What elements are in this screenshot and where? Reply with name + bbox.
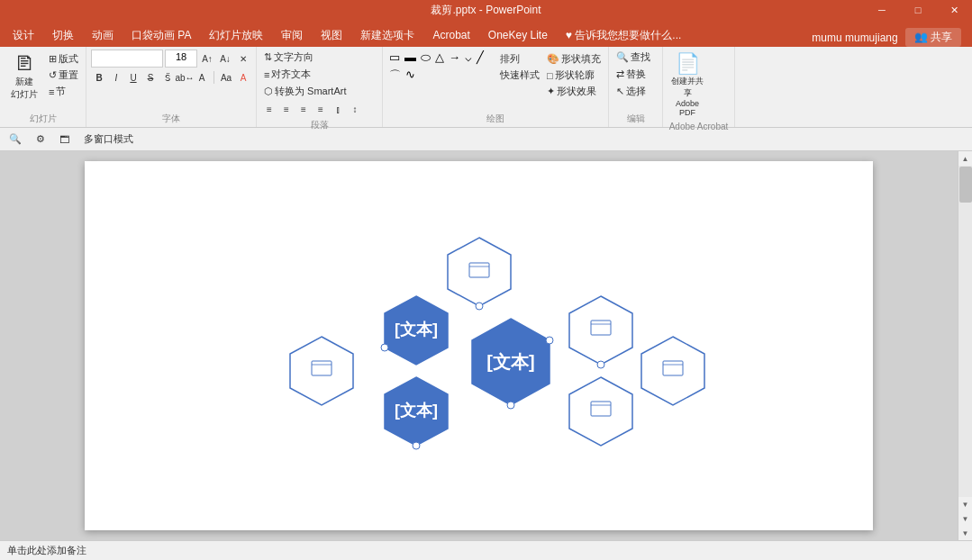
slide-canvas[interactable]: [文本] [文本] [文本]	[85, 161, 873, 530]
hex2-text: [文本]	[395, 321, 438, 339]
tab-acrobat[interactable]: Acrobat	[423, 23, 478, 47]
close-btn[interactable]: ✕	[936, 0, 972, 20]
window-controls: ─ □ ✕	[864, 0, 972, 20]
align-text-btn[interactable]: ≡ 对齐文本	[261, 67, 313, 82]
align-left[interactable]: ≡	[261, 101, 277, 117]
para-row2: ≡ 对齐文本	[261, 67, 313, 82]
tab-slideshow[interactable]: 幻灯片放映	[200, 23, 272, 47]
para-group-content: ⇅ 文字方向 ≡ 对齐文本 ⬡ 转换为 SmartArt ≡ ≡ ≡ ≡ ⫿ ↕	[261, 50, 377, 117]
font-group: 18 A↑ A↓ ✕ B I U S S̈ ab↔ A Aa A 字体	[86, 47, 257, 127]
find-btn[interactable]: 🔍 查找	[613, 50, 653, 65]
scroll-track[interactable]	[958, 166, 972, 497]
section-btn[interactable]: ≡ 节	[46, 84, 81, 99]
text-dir-btn[interactable]: ⇅ 文字方向	[261, 50, 316, 65]
window-btn[interactable]: 🗔	[54, 132, 75, 147]
line-spacing-btn[interactable]: ↕	[347, 101, 363, 117]
draw-btns: 排列 快速样式	[497, 50, 542, 83]
char-spacing-btn[interactable]: ab↔	[177, 69, 193, 86]
canvas-area: [文本] [文本] [文本]	[0, 151, 958, 540]
convert-smartart-btn[interactable]: ⬡ 转换为 SmartArt	[261, 84, 349, 99]
shadow-btn[interactable]: S̈	[159, 69, 176, 86]
layout-icon: ⊞	[49, 53, 57, 65]
strikethrough-btn[interactable]: S	[142, 69, 159, 86]
tab-review[interactable]: 审阅	[272, 23, 312, 47]
sort-btn[interactable]: 排列	[497, 51, 542, 67]
title-bar: 裁剪.pptx - PowerPoint ─ □ ✕	[0, 0, 972, 20]
status-bar: 单击此处添加备注	[0, 540, 972, 560]
scroll-up[interactable]: ▲	[958, 151, 973, 166]
ribbon-toolbar: 🖹 新建幻灯片 ⊞ 版式 ↺ 重置 ≡ 节 幻灯片 18 A↑ A↓ ✕ B I	[0, 47, 972, 128]
italic-btn[interactable]: I	[108, 69, 124, 86]
scroll-down-2[interactable]: ▼	[958, 511, 973, 526]
scroll-down-1[interactable]: ▼	[958, 497, 973, 511]
hex3-text: [文本]	[486, 352, 534, 372]
hex-diagram: [文本] [文本] [文本]	[241, 211, 718, 481]
reset-btn[interactable]: ↺ 重置	[46, 68, 81, 83]
hex5-img-frame	[312, 361, 332, 375]
minimize-btn[interactable]: ─	[864, 0, 900, 20]
font-size-up[interactable]: A↑	[199, 50, 215, 67]
settings-icon-btn[interactable]: ⚙	[31, 131, 50, 147]
shape-rect[interactable]: ▭	[387, 50, 402, 66]
shape-effect-btn[interactable]: ✦ 形状效果	[544, 84, 604, 99]
font-color-btn[interactable]: A	[194, 69, 210, 86]
create-pdf-label: 创建并共享Adobe PDF	[669, 76, 705, 117]
scroll-down-3[interactable]: ▼	[958, 526, 973, 540]
underline-btn[interactable]: U	[125, 69, 141, 86]
replace-btn[interactable]: ⇄ 替换	[613, 67, 649, 82]
font-size-down[interactable]: A↓	[217, 50, 233, 67]
shape-round[interactable]: ⬭	[419, 50, 432, 66]
shape-line[interactable]: ╱	[475, 50, 486, 66]
right-scrollbar: ▲ ▼ ▼ ▼	[958, 151, 972, 540]
tab-transitions[interactable]: 切换	[43, 23, 83, 47]
multi-mode-btn[interactable]: 多窗口模式	[78, 131, 139, 148]
tab-onekey[interactable]: OneKey Lite	[479, 23, 557, 47]
ribbon-right: mumu mumujiang 👥 共享	[812, 28, 968, 47]
clear-format-btn[interactable]: ✕	[235, 50, 251, 67]
para-group-label: 段落	[261, 117, 377, 131]
secondary-toolbar: 🔍 ⚙ 🗔 多窗口模式	[0, 128, 972, 151]
shape-triangle[interactable]: △	[433, 50, 446, 66]
tab-view[interactable]: 视图	[312, 23, 351, 47]
shape-outline-btn[interactable]: □ 形状轮廓	[544, 68, 604, 83]
shape-format-btns: 🎨 形状填充 □ 形状轮廓 ✦ 形状效果	[544, 50, 604, 99]
col-btn[interactable]: ⫿	[330, 101, 346, 117]
tab-new[interactable]: 新建选项卡	[351, 23, 423, 47]
new-slide-btn[interactable]: 🖹 新建幻灯片	[5, 50, 44, 104]
quick-style-btn[interactable]: 快速样式	[497, 68, 542, 83]
align-right[interactable]: ≡	[295, 101, 312, 117]
layout-btn[interactable]: ⊞ 版式	[46, 51, 81, 67]
share-button[interactable]: 👥 共享	[905, 28, 961, 47]
slides-group-label: 幻灯片	[5, 111, 81, 125]
create-pdf-btn[interactable]: 📄 创建并共享Adobe PDF	[668, 50, 707, 120]
dot-4	[507, 402, 514, 409]
slide-content: [文本] [文本] [文本]	[85, 161, 873, 530]
hex-outline-5	[290, 337, 353, 405]
font-separator	[213, 71, 214, 84]
shape-rect2[interactable]: ▬	[403, 50, 418, 66]
bold-btn[interactable]: B	[91, 69, 107, 86]
font-color2-btn[interactable]: A	[235, 69, 251, 86]
main-area: [文本] [文本] [文本]	[0, 151, 972, 540]
align-center[interactable]: ≡	[278, 101, 295, 117]
select-btn[interactable]: ↖ 选择	[613, 84, 649, 99]
maximize-btn[interactable]: □	[900, 0, 936, 20]
font-name-input[interactable]	[91, 50, 163, 68]
edit-group-label: 编辑	[613, 111, 658, 125]
search-icon-btn[interactable]: 🔍	[4, 131, 27, 147]
shape-more[interactable]: ⌵	[463, 50, 474, 66]
dot-3	[413, 442, 420, 449]
align-justify[interactable]: ≡	[313, 101, 329, 117]
tab-design[interactable]: 设计	[4, 23, 43, 47]
shape-freeform[interactable]: ∿	[404, 67, 417, 85]
shape-curve[interactable]: ⌒	[387, 67, 403, 85]
tab-search[interactable]: ♥ 告诉我您想要做什么...	[557, 23, 690, 47]
tab-animation[interactable]: 动画	[83, 23, 123, 47]
font-format-row: B I U S S̈ ab↔ A Aa A	[91, 69, 251, 86]
shape-fill-btn[interactable]: 🎨 形状填充	[544, 51, 604, 67]
font-case-btn[interactable]: Aa	[218, 69, 234, 86]
shape-arrow[interactable]: →	[447, 50, 462, 66]
tab-pa[interactable]: 口袋动画 PA	[123, 23, 200, 47]
font-size-input[interactable]: 18	[165, 50, 197, 68]
scroll-thumb[interactable]	[959, 167, 972, 203]
